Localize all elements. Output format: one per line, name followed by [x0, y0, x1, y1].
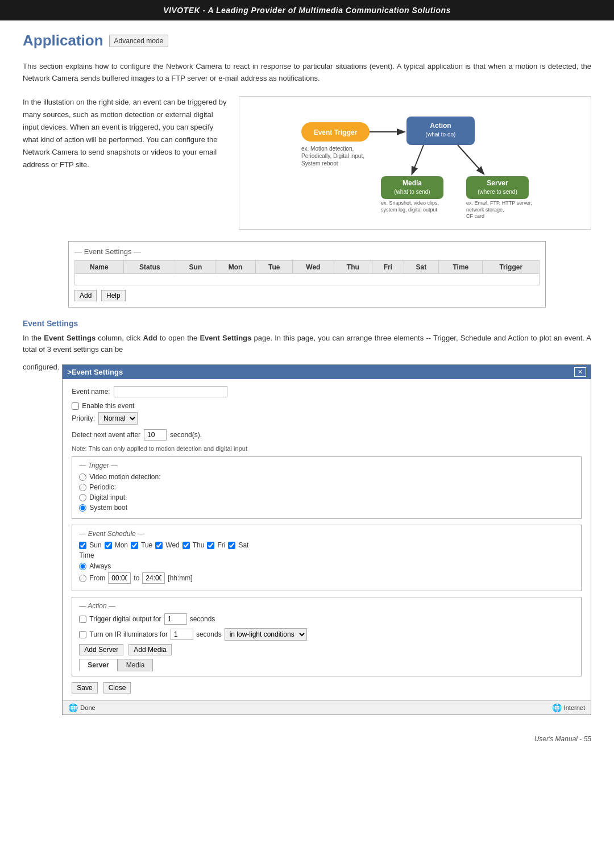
trigger-sysboot-row: System boot	[79, 504, 574, 512]
popup-titlebar: >Event Settings ✕	[63, 365, 591, 379]
event-name-input[interactable]	[114, 386, 227, 397]
time-to-label: to	[134, 574, 139, 582]
time-always-row: Always	[79, 562, 574, 570]
save-close-row: Save Close	[72, 682, 582, 693]
page-footer: User's Manual - 55	[0, 726, 614, 751]
done-label: Done	[80, 704, 95, 711]
table-button-row: Add Help	[74, 290, 540, 301]
svg-line-9	[412, 145, 424, 173]
event-settings-container: — Event Settings — Name Status Sun Mon T…	[68, 241, 546, 308]
add-media-button[interactable]: Add Media	[128, 644, 171, 655]
time-from-input[interactable]	[108, 572, 131, 584]
ir-unit: seconds	[196, 630, 222, 638]
description-para1: This section explains how to configure t…	[23, 61, 591, 85]
page-number: User's Manual - 55	[534, 735, 591, 743]
col-fri: Fri	[372, 260, 404, 273]
days-row: Sun Mon Tue Wed Thu Fri Sa	[79, 541, 574, 549]
trigger-digital-text: Trigger digital output for	[89, 615, 161, 623]
cb-thu[interactable]	[182, 542, 190, 549]
svg-line-10	[458, 145, 483, 173]
col-status: Status	[123, 260, 176, 273]
time-always-radio[interactable]	[79, 563, 86, 570]
add-server-button[interactable]: Add Server	[79, 644, 123, 655]
time-to-input[interactable]	[142, 572, 165, 584]
event-settings-table-title: — Event Settings —	[74, 247, 540, 256]
page-header: VIVOTEK - A Leading Provider of Multimed…	[0, 0, 614, 20]
trigger-sysboot-radio[interactable]	[79, 504, 86, 512]
event-settings-table: Name Status Sun Mon Tue Wed Thu Fri Sat …	[74, 260, 540, 285]
svg-text:CF card: CF card	[466, 213, 484, 219]
advanced-mode-button[interactable]: Advanced mode	[109, 35, 169, 47]
ir-cb[interactable]	[79, 631, 86, 638]
col-trigger: Trigger	[483, 260, 540, 273]
svg-text:Periodically, Digital input,: Periodically, Digital input,	[301, 153, 364, 159]
ir-value-input[interactable]	[171, 629, 193, 640]
popup-close-button[interactable]: ✕	[574, 367, 586, 377]
app-title-row: Application Advanced mode	[23, 32, 591, 49]
col-tue: Tue	[256, 260, 293, 273]
svg-text:(what to send): (what to send)	[394, 189, 430, 195]
col-mon: Mon	[215, 260, 256, 273]
svg-rect-3	[406, 117, 475, 145]
cb-sat[interactable]	[228, 542, 235, 549]
day-tue: Tue	[141, 541, 152, 549]
tab-bar: Server Media	[79, 659, 574, 671]
svg-text:Event Trigger: Event Trigger	[314, 128, 358, 136]
cb-sun[interactable]	[79, 542, 86, 549]
table-empty-row	[75, 273, 540, 285]
trigger-section: — Trigger — Video motion detection: Peri…	[72, 456, 582, 519]
table-header-row: Name Status Sun Mon Tue Wed Thu Fri Sat …	[75, 260, 540, 273]
trigger-video-row: Video motion detection:	[79, 473, 574, 481]
tab-media[interactable]: Media	[118, 659, 154, 671]
trigger-digital-radio[interactable]	[79, 494, 86, 501]
trigger-digital-cb[interactable]	[79, 616, 86, 623]
priority-select[interactable]: Normal High Low	[98, 412, 138, 425]
detect-row: Detect next avent after second(s).	[72, 429, 582, 441]
svg-text:Media: Media	[403, 179, 422, 187]
day-mon: Mon	[115, 541, 128, 549]
svg-text:ex. Email, FTP, HTTP server,: ex. Email, FTP, HTTP server,	[466, 200, 532, 206]
day-thu: Thu	[193, 541, 205, 549]
tab-server[interactable]: Server	[79, 659, 117, 671]
time-from-radio[interactable]	[79, 575, 86, 582]
help-button[interactable]: Help	[101, 290, 126, 301]
event-settings-popup: >Event Settings ✕ Event name: Enable thi…	[62, 364, 591, 715]
enable-checkbox[interactable]	[72, 402, 79, 410]
save-button[interactable]: Save	[72, 682, 97, 693]
trigger-periodic-radio[interactable]	[79, 484, 86, 491]
action-title: — Action —	[79, 602, 574, 610]
enable-label: Enable this event	[82, 402, 134, 410]
enable-row: Enable this event	[72, 402, 582, 410]
time-always-label: Always	[89, 562, 111, 570]
svg-text:network storage,: network storage,	[466, 207, 504, 213]
diagram-box: Event Trigger Action (what to do) ex. Mo	[239, 96, 591, 230]
ir-condition-select[interactable]: in low-light conditions	[225, 628, 307, 641]
cb-tue[interactable]	[131, 542, 138, 549]
action-trigger-digital-row: Trigger digital output for seconds	[79, 613, 574, 625]
trigger-digital-value-input[interactable]	[164, 613, 187, 625]
app-title: Application	[23, 32, 103, 49]
trigger-video-label: Video motion detection:	[89, 473, 160, 481]
trigger-digital-row: Digital input:	[79, 493, 574, 501]
popup-body: Event name: Enable this event Priority: …	[63, 379, 591, 700]
cb-wed[interactable]	[155, 542, 163, 549]
add-button[interactable]: Add	[74, 290, 97, 301]
trigger-periodic-label: Periodic:	[89, 483, 116, 491]
time-from-row: From to [hh:mm]	[79, 572, 574, 584]
cb-fri[interactable]	[207, 542, 214, 549]
day-sat: Sat	[238, 541, 248, 549]
event-settings-heading: Event Settings	[23, 319, 591, 328]
internet-indicator: 🌐 Internet	[552, 703, 585, 712]
close-button[interactable]: Close	[103, 682, 131, 693]
cb-mon[interactable]	[105, 542, 112, 549]
svg-text:(where to send): (where to send)	[478, 189, 517, 195]
time-from-label: From	[89, 574, 105, 582]
globe-icon: 🌐	[68, 703, 78, 712]
action-ir-row: Turn on IR illuminators for seconds in l…	[79, 628, 574, 641]
internet-icon: 🌐	[552, 703, 562, 712]
action-add-buttons-row: Add Server Add Media	[79, 644, 574, 655]
detect-input[interactable]	[144, 429, 167, 441]
trigger-video-radio[interactable]	[79, 474, 86, 481]
diagram-svg: Event Trigger Action (what to do) ex. Mo	[248, 105, 582, 219]
svg-text:ex. Motion detection,: ex. Motion detection,	[301, 146, 354, 152]
